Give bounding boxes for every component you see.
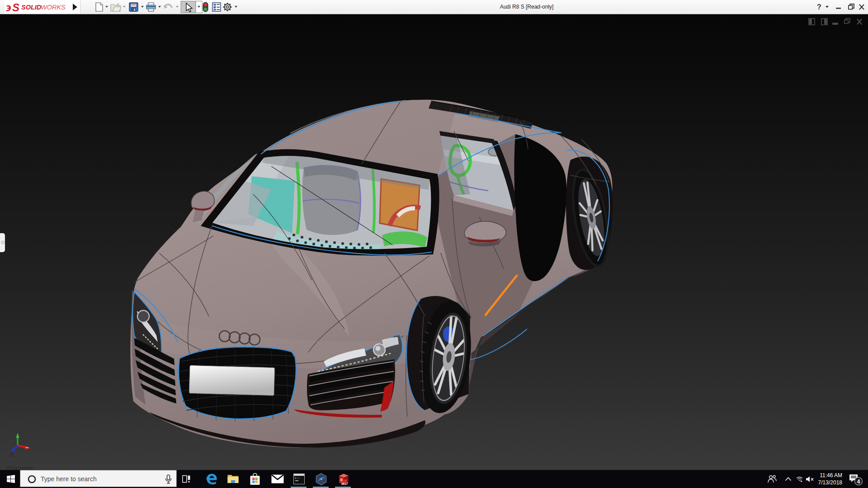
- svg-text:?: ?: [817, 3, 821, 11]
- svg-text:WORKS: WORKS: [41, 4, 66, 11]
- svg-text:S: S: [340, 478, 343, 482]
- svg-text:4: 4: [857, 479, 860, 485]
- svg-text:C:\: C:\: [295, 477, 300, 480]
- svg-text:϶: ϶: [5, 1, 12, 14]
- svg-text:SOLID: SOLID: [21, 4, 42, 11]
- svg-text:2017: 2017: [341, 482, 348, 485]
- svg-text:S: S: [12, 1, 19, 14]
